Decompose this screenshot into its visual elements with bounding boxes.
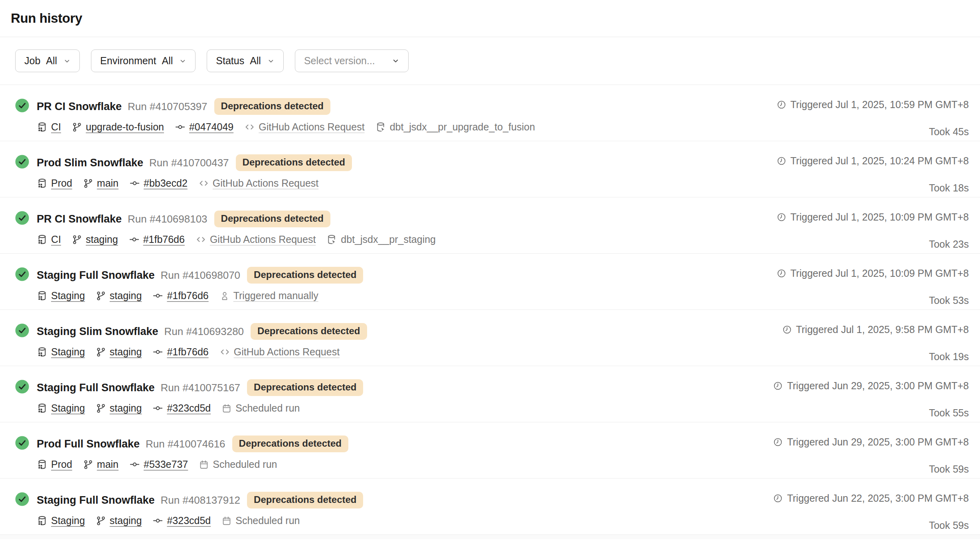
clock-icon — [782, 325, 792, 335]
commit-link[interactable]: #533e737 — [144, 459, 188, 470]
git-branch-icon — [96, 291, 106, 301]
git-branch-icon — [83, 178, 93, 189]
run-number: Run #410693280 — [164, 325, 244, 338]
run-number: Run #410700437 — [149, 157, 229, 169]
job-name-link[interactable]: Staging Slim Snowflake — [37, 325, 158, 338]
triggered-at: Triggered Jul 1, 2025, 10:09 PM GMT+8 — [790, 268, 969, 279]
deprecations-badge: Deprecations detected — [247, 267, 363, 284]
commit-icon — [152, 515, 163, 526]
code-icon — [198, 178, 209, 189]
trigger-label: GitHub Actions Request — [234, 346, 340, 358]
job-filter-button[interactable]: Job All — [15, 49, 80, 72]
commit-link[interactable]: #1fb76d6 — [143, 234, 185, 245]
database-icon — [37, 403, 47, 414]
run-success-icon — [15, 323, 29, 337]
run-success-icon — [15, 436, 29, 450]
job-name-link[interactable]: Staging Full Snowflake — [37, 382, 155, 394]
environment-filter-value: All — [162, 55, 173, 67]
status-filter-button[interactable]: Status All — [207, 49, 284, 72]
run-duration: Took 45s — [776, 126, 969, 138]
deprecations-badge: Deprecations detected — [214, 211, 330, 227]
deprecations-badge: Deprecations detected — [247, 492, 363, 508]
job-name-link[interactable]: Staging Full Snowflake — [37, 494, 155, 506]
code-icon — [219, 347, 230, 357]
branch-link[interactable]: staging — [86, 234, 118, 245]
schema-name: dbt_jsdx__pr_staging — [341, 234, 436, 245]
environment-link[interactable]: CI — [51, 121, 61, 133]
run-duration: Took 19s — [782, 351, 969, 363]
job-name-link[interactable]: Staging Full Snowflake — [37, 269, 155, 282]
job-name-link[interactable]: Prod Slim Snowflake — [37, 157, 143, 169]
clock-icon — [773, 437, 783, 447]
database-icon — [37, 290, 47, 301]
commit-link[interactable]: #323cd5d — [167, 402, 211, 414]
run-success-icon — [15, 267, 29, 281]
environment-link[interactable]: Prod — [51, 459, 72, 470]
environment-link[interactable]: Staging — [51, 346, 85, 358]
job-name-link[interactable]: PR CI Snowflake — [37, 213, 122, 225]
job-name-link[interactable]: PR CI Snowflake — [37, 101, 122, 113]
environment-filter-button[interactable]: Environment All — [91, 49, 196, 72]
calendar-icon — [199, 459, 209, 470]
version-select[interactable]: Select version... — [295, 49, 409, 72]
branch-link[interactable]: staging — [110, 290, 142, 302]
triggered-at: Triggered Jul 1, 2025, 10:59 PM GMT+8 — [790, 99, 969, 110]
run-number: Run #410075167 — [161, 382, 241, 394]
trigger-label: Scheduled run — [213, 459, 277, 470]
database-icon — [37, 234, 47, 245]
branch-link[interactable]: staging — [110, 515, 142, 526]
status-filter-label: Status — [216, 55, 244, 67]
run-success-icon — [15, 211, 29, 225]
job-filter-value: All — [46, 55, 57, 67]
trigger-label: GitHub Actions Request — [213, 177, 318, 189]
commit-link[interactable]: #bb3ecd2 — [144, 177, 188, 189]
database-icon — [37, 459, 47, 470]
run-row: Staging Full Snowflake Run #410698070 De… — [0, 254, 980, 310]
branch-link[interactable]: staging — [110, 346, 142, 358]
commit-link[interactable]: #0474049 — [189, 121, 233, 133]
code-icon — [196, 234, 206, 245]
commit-icon — [129, 234, 140, 245]
git-branch-icon — [72, 122, 82, 132]
database-arrow-icon — [375, 122, 386, 132]
run-duration: Took 18s — [776, 182, 969, 194]
triggered-at: Triggered Jul 1, 2025, 10:24 PM GMT+8 — [790, 155, 969, 167]
trigger-label: Scheduled run — [235, 515, 300, 526]
commit-icon — [152, 403, 163, 414]
run-number: Run #410705397 — [128, 101, 207, 113]
environment-link[interactable]: Prod — [51, 177, 72, 189]
page-header: Run history — [0, 0, 980, 37]
deprecations-badge: Deprecations detected — [236, 154, 352, 171]
run-number: Run #410074616 — [146, 438, 225, 450]
trigger-label: GitHub Actions Request — [259, 121, 364, 133]
branch-link[interactable]: staging — [110, 402, 142, 414]
run-duration: Took 55s — [773, 407, 969, 419]
git-branch-icon — [83, 459, 93, 470]
chevron-down-icon — [179, 57, 186, 65]
run-success-icon — [15, 380, 29, 394]
calendar-icon — [221, 516, 232, 526]
database-icon — [37, 347, 47, 357]
clock-icon — [773, 493, 783, 503]
commit-icon — [175, 122, 186, 132]
job-filter-label: Job — [24, 55, 40, 67]
environment-link[interactable]: CI — [51, 234, 61, 245]
commit-link[interactable]: #1fb76d6 — [167, 346, 208, 358]
environment-link[interactable]: Staging — [51, 402, 85, 414]
commit-icon — [152, 290, 163, 301]
environment-link[interactable]: Staging — [51, 290, 85, 302]
run-row: Prod Slim Snowflake Run #410700437 Depre… — [0, 141, 980, 197]
clock-icon — [776, 268, 786, 278]
run-row: Staging Full Snowflake Run #410075167 De… — [0, 366, 980, 422]
branch-link[interactable]: main — [97, 177, 119, 189]
branch-link[interactable]: main — [97, 459, 119, 470]
commit-link[interactable]: #323cd5d — [167, 515, 211, 526]
database-icon — [37, 178, 47, 189]
git-branch-icon — [96, 347, 106, 357]
environment-link[interactable]: Staging — [51, 515, 85, 526]
triggered-at: Triggered Jun 29, 2025, 3:00 PM GMT+8 — [787, 436, 969, 448]
job-name-link[interactable]: Prod Full Snowflake — [37, 438, 140, 450]
branch-link[interactable]: upgrade-to-fusion — [86, 121, 164, 133]
run-number: Run #408137912 — [161, 494, 241, 506]
commit-link[interactable]: #1fb76d6 — [167, 290, 208, 302]
